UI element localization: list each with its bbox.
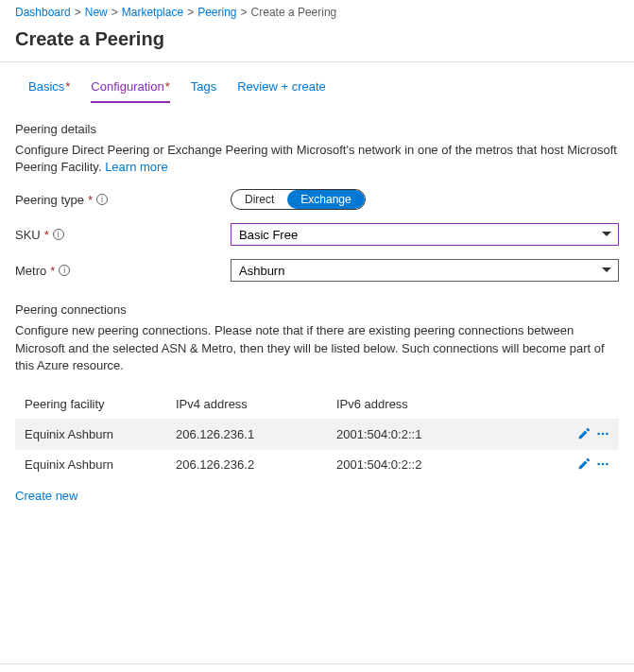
tab-basics[interactable]: Basics* <box>28 79 70 103</box>
svg-point-1 <box>602 433 605 436</box>
svg-point-2 <box>606 433 608 436</box>
edit-icon[interactable] <box>577 427 591 440</box>
cell-facility: Equinix Ashburn <box>25 457 176 472</box>
table-row: Equinix Ashburn 206.126.236.1 2001:504:0… <box>15 419 619 449</box>
svg-point-0 <box>597 433 600 436</box>
peering-type-label: Peering type <box>15 193 84 207</box>
connections-heading: Peering connections <box>15 302 619 317</box>
crumb-dashboard[interactable]: Dashboard <box>15 6 71 19</box>
table-row: Equinix Ashburn 206.126.236.2 2001:504:0… <box>15 449 619 479</box>
metro-label: Metro <box>15 264 46 278</box>
edit-icon[interactable] <box>577 457 591 471</box>
page-title: Create a Peering <box>15 28 619 50</box>
more-icon[interactable] <box>596 457 609 471</box>
sku-label: SKU <box>15 228 41 242</box>
toggle-direct[interactable]: Direct <box>231 190 287 209</box>
cell-ipv6: 2001:504:0:2::1 <box>336 427 572 441</box>
peering-type-toggle[interactable]: Direct Exchange <box>231 189 366 210</box>
more-icon[interactable] <box>596 427 609 440</box>
tab-review-create[interactable]: Review + create <box>237 79 326 103</box>
toggle-exchange[interactable]: Exchange <box>287 190 364 209</box>
connections-desc: Configure new peering connections. Pleas… <box>15 322 619 374</box>
crumb-new[interactable]: New <box>85 6 108 19</box>
learn-more-link[interactable]: Learn more <box>105 160 167 174</box>
tab-configuration[interactable]: Configuration* <box>91 79 169 103</box>
crumb-peering[interactable]: Peering <box>197 6 236 19</box>
cell-facility: Equinix Ashburn <box>25 427 176 441</box>
metro-dropdown[interactable]: Ashburn <box>231 259 619 282</box>
sku-dropdown[interactable]: Basic Free <box>231 223 619 246</box>
col-ipv4: IPv4 address <box>176 397 336 411</box>
create-new-link[interactable]: Create new <box>15 489 619 503</box>
peering-details-heading: Peering details <box>15 122 619 136</box>
footer-bar: Review + create < Previous Next : Tags > <box>0 663 634 672</box>
svg-point-4 <box>602 463 605 466</box>
tab-tags[interactable]: Tags <box>191 79 216 103</box>
crumb-current: Create a Peering <box>251 6 337 19</box>
connections-table: Peering facility IPv4 address IPv6 addre… <box>15 389 619 479</box>
peering-details-desc: Configure Direct Peering or Exchange Pee… <box>15 142 619 176</box>
col-facility: Peering facility <box>25 397 176 411</box>
cell-ipv6: 2001:504:0:2::2 <box>336 457 572 472</box>
sku-select[interactable]: Basic Free <box>231 223 619 246</box>
col-ipv6: IPv6 address <box>336 397 572 411</box>
info-icon[interactable]: i <box>59 265 70 276</box>
metro-select[interactable]: Ashburn <box>231 259 619 282</box>
svg-point-5 <box>606 463 608 466</box>
info-icon[interactable]: i <box>53 229 64 240</box>
info-icon[interactable]: i <box>96 194 108 205</box>
crumb-marketplace[interactable]: Marketplace <box>122 6 183 19</box>
tab-bar: Basics* Configuration* Tags Review + cre… <box>15 62 619 103</box>
svg-point-3 <box>597 463 600 466</box>
breadcrumb: Dashboard> New> Marketplace> Peering> Cr… <box>15 6 619 19</box>
cell-ipv4: 206.126.236.1 <box>176 427 336 441</box>
cell-ipv4: 206.126.236.2 <box>176 457 336 472</box>
